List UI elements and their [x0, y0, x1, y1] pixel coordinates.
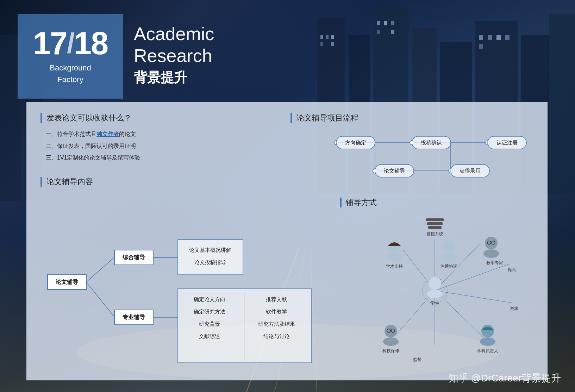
svg-rect-80: [426, 218, 444, 221]
svg-text:沟通协调: 沟通协调: [440, 264, 457, 269]
section1-bar: [40, 113, 42, 123]
flow-diagram: 方向确定 投稿确认 认证注册: [290, 132, 530, 192]
benefit-list: 一、符合学术范式且独立作者的论文 二、保证发表，国际认可的录用证明 三、1V1定…: [40, 130, 192, 162]
svg-rect-8: [320, 35, 323, 39]
header-number-right: 18: [74, 27, 108, 59]
svg-text:推荐文献: 推荐文献: [266, 296, 287, 302]
benefit-item-1: 一、符合学术范式且独立作者的论文: [46, 130, 192, 139]
flow-title-block: 论文辅导项目流程: [290, 113, 537, 123]
svg-text:投稿确认: 投稿确认: [420, 139, 442, 145]
header-subtitle-line2: Factory: [57, 75, 83, 84]
svg-text:顾问: 顾问: [508, 267, 517, 272]
svg-text:管控系统: 管控系统: [426, 231, 443, 236]
svg-rect-16: [377, 30, 380, 34]
svg-rect-13: [377, 21, 380, 25]
svg-rect-22: [505, 35, 510, 40]
guidance-title-block: 辅导方式: [340, 197, 537, 208]
svg-point-93: [485, 237, 498, 249]
header-subtitle-line1: Background: [50, 63, 91, 72]
svg-point-87: [429, 277, 441, 290]
en-title-line1: Academic: [134, 24, 214, 44]
guidance-section: 辅导方式 管控系统: [340, 197, 537, 363]
svg-text:软件教学: 软件教学: [266, 309, 287, 315]
svg-rect-82: [428, 226, 442, 229]
svg-line-50: [86, 257, 114, 282]
svg-text:文献综述: 文献综述: [199, 333, 220, 339]
svg-rect-20: [496, 35, 501, 40]
svg-text:专业辅导: 专业辅导: [123, 314, 145, 320]
svg-text:资源: 资源: [510, 306, 518, 311]
guidance-bar: [340, 198, 342, 207]
svg-text:综合辅导: 综合辅导: [123, 254, 145, 260]
benefit-item-3: 三、1V1定制化的论文辅导及撰写体验: [46, 153, 192, 162]
svg-line-78: [435, 291, 488, 342]
zh-title: 背景提升: [134, 69, 214, 87]
main-panel: 发表论文可以收获什么？ 一、符合学术范式且独立作者的论文 二、保证发表，国际认可…: [26, 102, 548, 380]
svg-text:学术支持: 学术支持: [386, 264, 403, 269]
svg-text:论文辅导: 论文辅导: [384, 168, 405, 174]
mindmap-svg: 论文辅导 综合辅导 论文基本概况讲解 论文投稿指导 专业辅导: [37, 204, 326, 373]
section1-title-block: 发表论文可以收获什么？: [40, 113, 192, 123]
svg-text:论文投稿指导: 论文投稿指导: [194, 259, 226, 265]
watermark: 知乎 @DrCareer背景提升: [449, 372, 561, 385]
svg-line-76: [396, 291, 435, 335]
benefit-item-2: 二、保证发表，国际认可的录用证明: [46, 142, 192, 151]
svg-text:教学专家: 教学专家: [486, 260, 503, 265]
flow-svg: 方向确定 投稿确认 认证注册: [290, 132, 530, 192]
svg-rect-11: [320, 42, 323, 46]
flow-bar: [290, 113, 292, 123]
svg-text:认证注册: 认证注册: [496, 139, 518, 145]
svg-text:获得录用: 获得录用: [460, 168, 481, 174]
svg-rect-81: [427, 222, 443, 225]
svg-text:学生: 学生: [430, 300, 439, 306]
guidance-svg: 管控系统 学术支持 学生 沟通协调: [340, 215, 530, 366]
left-column: 发表论文可以收获什么？ 一、符合学术范式且独立作者的论文 二、保证发表，国际认可…: [40, 113, 192, 193]
highlight-text: 独立作者: [96, 131, 119, 137]
svg-text:学科负责人: 学科负责人: [477, 348, 498, 353]
section2-bar: [40, 177, 42, 187]
svg-text:结论与讨论: 结论与讨论: [263, 333, 290, 339]
svg-line-79: [435, 291, 512, 303]
svg-rect-12: [331, 42, 334, 46]
svg-point-101: [385, 325, 397, 337]
section1-title: 发表论文可以收获什么？: [46, 113, 132, 123]
svg-point-90: [443, 240, 455, 253]
svg-rect-7: [549, 14, 575, 194]
svg-point-109: [480, 337, 495, 346]
svg-text:方向确定: 方向确定: [345, 139, 366, 145]
svg-point-84: [388, 240, 401, 253]
svg-rect-14: [384, 21, 387, 25]
svg-point-85: [387, 253, 402, 261]
flow-title-text: 论文辅导项目流程: [296, 113, 358, 123]
svg-line-51: [86, 282, 114, 317]
svg-point-94: [483, 249, 499, 258]
svg-text:研究背景: 研究背景: [199, 321, 220, 327]
header-slash: /: [67, 29, 74, 57]
svg-rect-10: [331, 35, 334, 39]
section2-title: 论文辅导内容: [46, 176, 93, 187]
svg-rect-15: [391, 21, 394, 25]
svg-rect-9: [326, 35, 329, 39]
guidance-diagram: 管控系统 学术支持 学生 沟通协调: [340, 215, 530, 363]
svg-rect-17: [391, 30, 394, 34]
svg-text:研究方法及结果: 研究方法及结果: [258, 321, 295, 327]
academic-title-block: Academic Research 背景提升: [134, 23, 214, 87]
section2-title-block: 论文辅导内容: [40, 176, 192, 187]
svg-rect-55: [178, 239, 243, 275]
en-title-line2: Research: [134, 45, 212, 66]
guidance-title-text: 辅导方式: [346, 197, 377, 208]
svg-point-108: [481, 325, 494, 337]
svg-text:监督: 监督: [413, 357, 421, 362]
svg-point-88: [427, 290, 443, 298]
svg-rect-18: [479, 35, 483, 40]
header-box: 17 / 18 Background Factory: [18, 14, 123, 99]
header-number-left: 17: [33, 27, 67, 59]
svg-text:确定研究方法: 确定研究方法: [193, 309, 225, 315]
svg-text:科技保修: 科技保修: [382, 348, 399, 353]
svg-text:论文辅导: 论文辅导: [56, 279, 78, 285]
svg-rect-21: [479, 44, 483, 49]
svg-rect-19: [488, 35, 492, 40]
svg-text:确定论文方向: 确定论文方向: [193, 296, 225, 302]
mindmap-container: 论文辅导 综合辅导 论文基本概况讲解 论文投稿指导 专业辅导: [37, 204, 326, 373]
svg-point-102: [383, 337, 399, 346]
